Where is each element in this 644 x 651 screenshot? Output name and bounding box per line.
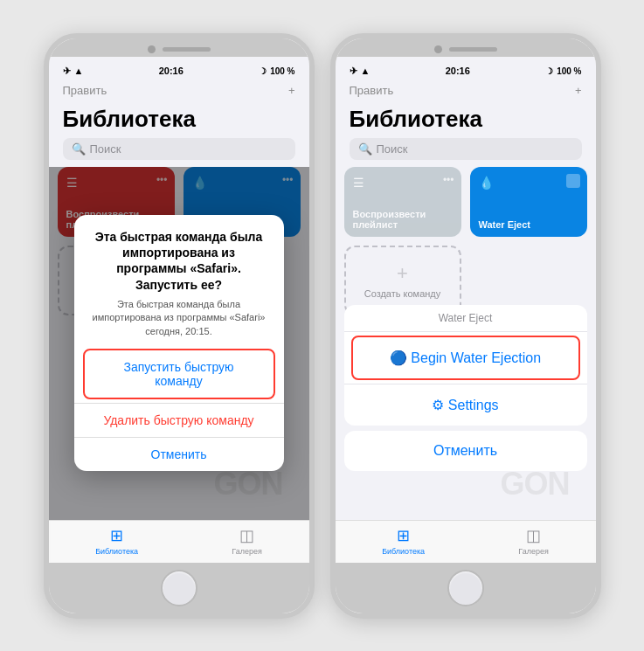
cancel-btn-1[interactable]: Отменить <box>74 437 284 471</box>
status-right-1: ☽ 100 % <box>259 66 294 76</box>
battery-1: 100 % <box>270 66 294 76</box>
moon-icon-2: ☽ <box>545 66 553 76</box>
card-label-3: Воспроизвести плейлист <box>353 209 453 230</box>
action-sheet-container-2: Water Eject 🔵 Begin Water Ejection ⚙ Set… <box>336 298 596 478</box>
card-icon-3: ☰ <box>353 176 453 190</box>
time-2: 20:16 <box>446 66 470 76</box>
status-right-2: ☽ 100 % <box>545 66 581 76</box>
gallery-icon-2: ◫ <box>526 526 541 545</box>
shortcut-card-2-playlist[interactable]: ☰ ••• Воспроизвести плейлист <box>344 167 461 237</box>
tab-label-gallery-2: Галерея <box>518 547 549 556</box>
camera-dot-2 <box>434 45 442 53</box>
alert-content-1: Эта быстрая команда была импортирована и… <box>74 215 284 345</box>
home-button-1[interactable] <box>161 570 197 606</box>
add-icon-2: + <box>397 262 408 285</box>
tab-bar-2: ⊞ Библиотека ◫ Галерея <box>336 520 596 563</box>
moon-icon-1: ☽ <box>259 66 267 76</box>
page-title-2: Библиотека <box>350 102 582 133</box>
tab-library-2[interactable]: ⊞ Библиотека <box>382 526 425 556</box>
search-bar-2[interactable]: 🔍 Поиск <box>350 138 582 160</box>
search-icon-1: 🔍 <box>72 142 86 156</box>
speaker-bar <box>163 47 211 52</box>
wifi-icon-1: ▲ <box>74 66 84 76</box>
phone-1-hardware <box>49 38 309 57</box>
phone-1-header: ✈ ▲ 20:16 ☽ 100 % Править + Библиотека 🔍… <box>49 57 309 167</box>
gallery-icon-1: ◫ <box>239 526 254 545</box>
page-title-1: Библиотека <box>63 102 295 133</box>
edit-btn-2[interactable]: Править <box>350 84 394 97</box>
phone-2-header: ✈ ▲ 20:16 ☽ 100 % Править + Библиотека 🔍… <box>336 57 596 167</box>
camera-dot <box>148 45 156 53</box>
library-icon-1: ⊞ <box>110 526 123 545</box>
tab-gallery-2[interactable]: ◫ Галерея <box>518 526 549 556</box>
search-bar-1[interactable]: 🔍 Поиск <box>63 138 295 160</box>
add-btn-2[interactable]: + <box>575 84 582 97</box>
action-sheet-group-2: Water Eject 🔵 Begin Water Ejection ⚙ Set… <box>344 305 587 426</box>
card-icon-4: 💧 <box>479 176 578 190</box>
tab-library-1[interactable]: ⊞ Библиотека <box>95 526 138 556</box>
page-wrapper: ✈ ▲ 20:16 ☽ 100 % Править + Библиотека 🔍… <box>26 16 619 636</box>
status-bar-2: ✈ ▲ 20:16 ☽ 100 % <box>350 64 582 80</box>
edit-btn-1[interactable]: Править <box>63 84 107 97</box>
status-left-1: ✈ ▲ <box>63 66 84 77</box>
tab-label-library-2: Библиотека <box>382 547 425 556</box>
card-dots-3[interactable]: ••• <box>443 174 454 186</box>
status-left-2: ✈ ▲ <box>350 66 370 77</box>
tab-label-gallery-1: Галерея <box>232 547 262 556</box>
stop-icon <box>566 174 580 188</box>
nav-bar-1: Править + <box>63 80 295 102</box>
run-shortcut-btn-1[interactable]: Запустить быструю команду <box>83 349 275 399</box>
add-btn-1[interactable]: + <box>288 84 295 97</box>
action-sheet-cancel-2: Отменить <box>344 431 587 471</box>
search-placeholder-1: Поиск <box>90 142 121 156</box>
airplane-icon-2: ✈ <box>350 66 357 77</box>
card-label-4: Water Eject <box>479 219 578 230</box>
search-placeholder-2: Поиск <box>377 142 408 156</box>
alert-actions-1: Запустить быструю команду Удалить быстру… <box>74 345 284 471</box>
tab-label-library-1: Библиотека <box>95 547 138 556</box>
phone-2-hardware <box>336 38 596 57</box>
alert-title-1: Эта быстрая команда была импортирована и… <box>88 229 270 293</box>
cancel-btn-2[interactable]: Отменить <box>344 431 587 471</box>
library-icon-2: ⊞ <box>397 526 410 545</box>
phone-1-content: ☰ ••• Воспроизвести плейлист 💧 ••• Water… <box>49 167 309 520</box>
phone-2-content: ☰ ••• Воспроизвести плейлист 💧 Water Eje… <box>336 167 596 520</box>
airplane-icon-1: ✈ <box>63 66 71 77</box>
speaker-bar-2 <box>449 47 497 52</box>
phone-1: ✈ ▲ 20:16 ☽ 100 % Править + Библиотека 🔍… <box>44 33 315 619</box>
shortcuts-grid-2: ☰ ••• Воспроизвести плейлист 💧 Water Eje… <box>336 167 596 315</box>
battery-2: 100 % <box>557 66 581 76</box>
settings-btn-2[interactable]: ⚙ Settings <box>344 384 587 426</box>
time-1: 20:16 <box>159 66 184 76</box>
tab-bar-1: ⊞ Библиотека ◫ Галерея <box>49 520 309 563</box>
home-button-area-1 <box>49 563 309 613</box>
home-button-2[interactable] <box>447 570 484 606</box>
alert-message-1: Эта быстрая команда была импортирована и… <box>88 298 270 338</box>
phone-2: ✈ ▲ 20:16 ☽ 100 % Править + Библиотека 🔍… <box>330 33 601 619</box>
tab-gallery-1[interactable]: ◫ Галерея <box>232 526 262 556</box>
begin-water-ejection-btn[interactable]: 🔵 Begin Water Ejection <box>351 336 580 380</box>
modal-overlay-1: Эта быстрая команда была импортирована и… <box>49 167 309 520</box>
action-sheet-header-2: Water Eject <box>344 305 587 332</box>
status-bar-1: ✈ ▲ 20:16 ☽ 100 % <box>63 64 295 80</box>
wifi-icon-2: ▲ <box>361 66 370 76</box>
shortcut-card-2-water[interactable]: 💧 Water Eject <box>470 167 587 237</box>
search-icon-2: 🔍 <box>358 142 372 156</box>
delete-shortcut-btn-1[interactable]: Удалить быструю команду <box>74 403 284 437</box>
nav-bar-2: Править + <box>350 80 582 102</box>
home-button-area-2 <box>336 563 596 613</box>
alert-box-1: Эта быстрая команда была импортирована и… <box>74 215 284 471</box>
